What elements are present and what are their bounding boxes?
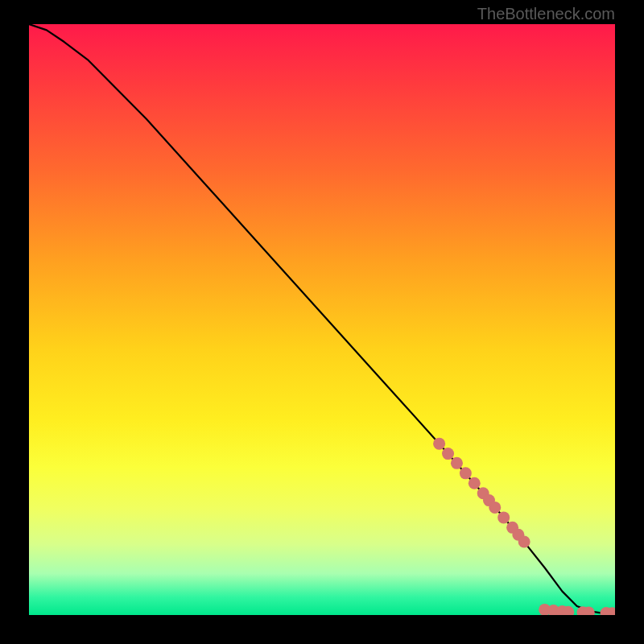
svg-point-4 [469, 477, 481, 489]
chart-frame: TheBottleneck.com [0, 0, 644, 644]
attribution-label: TheBottleneck.com [477, 5, 615, 23]
data-points [433, 438, 615, 615]
svg-point-8 [497, 511, 510, 523]
svg-point-0 [433, 438, 445, 450]
svg-point-11 [518, 535, 530, 547]
svg-point-7 [489, 502, 501, 514]
chart-svg [29, 24, 615, 615]
curve-line [29, 24, 615, 614]
svg-point-2 [451, 457, 463, 469]
svg-point-1 [442, 448, 454, 460]
svg-point-3 [460, 467, 472, 479]
plot-area [29, 24, 615, 615]
